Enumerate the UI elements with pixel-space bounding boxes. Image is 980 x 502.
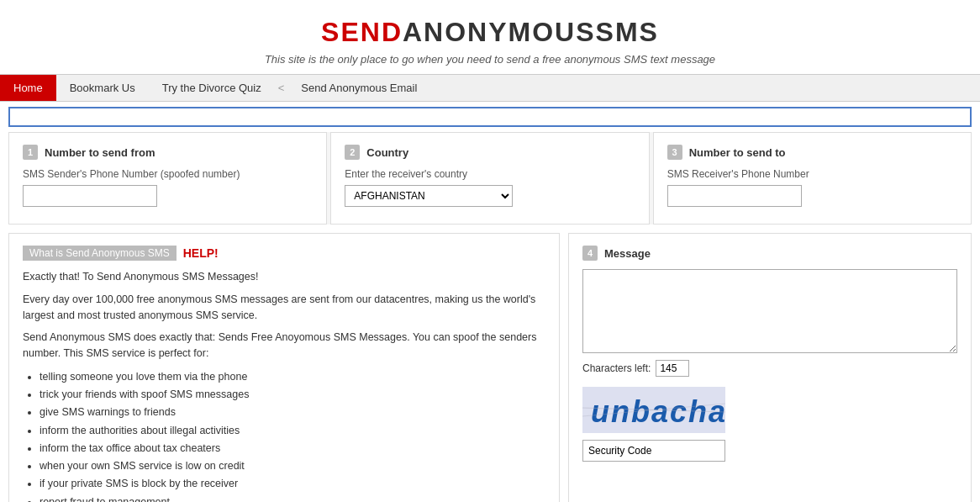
message-header: 4 Message: [582, 246, 957, 261]
chars-row: Characters left:: [582, 360, 957, 377]
nav-bar: Home Bookmark Us Try the Divorce Quiz < …: [0, 74, 980, 102]
title-rest: ANONYMOUSSMS: [403, 17, 659, 47]
list-item: if your private SMS is block by the rece…: [40, 475, 545, 493]
step-2-header: 2 Country: [345, 145, 635, 160]
list-item: telling someone you love them via the ph…: [40, 368, 545, 386]
list-item: when your own SMS service is low on cred…: [40, 457, 545, 475]
captcha-image: unbachar: [582, 387, 725, 433]
nav-bookmark[interactable]: Bookmark Us: [56, 75, 149, 101]
info-para-1: Exactly that! To Send Anonymous SMS Mess…: [23, 269, 545, 285]
step-1-box: 1 Number to send from SMS Sender's Phone…: [8, 132, 327, 225]
site-title: SENDANONYMOUSSMS: [0, 17, 980, 48]
security-code-input[interactable]: [582, 440, 725, 462]
step-1-label: SMS Sender's Phone Number (spoofed numbe…: [23, 168, 313, 180]
bottom-section: What is Send Anonymous SMS HELP! Exactly…: [8, 233, 972, 502]
message-title: Message: [604, 247, 651, 260]
list-item: give SMS warnings to friends: [40, 404, 545, 421]
info-para-2: Every day over 100,000 free anonymous SM…: [23, 292, 545, 324]
step-1-header: 1 Number to send from: [23, 145, 313, 160]
title-send: SEND: [321, 17, 403, 47]
step-3-title: Number to send to: [689, 146, 786, 159]
info-content: Exactly that! To Send Anonymous SMS Mess…: [23, 269, 545, 502]
header: SENDANONYMOUSSMS This site is the only p…: [0, 0, 980, 74]
chars-count-input[interactable]: [656, 360, 689, 377]
list-item: inform the tax office about tax cheaters: [40, 440, 545, 457]
info-para-3: Send Anonymous SMS does exactly that: Se…: [23, 330, 545, 362]
captcha-svg: unbachar: [582, 387, 725, 433]
receiver-phone-input[interactable]: [667, 185, 802, 207]
nav-divorce-quiz[interactable]: Try the Divorce Quiz: [149, 75, 275, 101]
step-3-header: 3 Number to send to: [667, 145, 957, 160]
message-textarea[interactable]: [582, 269, 957, 353]
blue-accent-bar: [8, 107, 972, 127]
info-tag: What is Send Anonymous SMS: [23, 246, 177, 261]
info-list: telling someone you love them via the ph…: [40, 368, 545, 502]
info-box: What is Send Anonymous SMS HELP! Exactly…: [8, 233, 560, 502]
step-2-title: Country: [366, 146, 408, 159]
nav-anonymous-email[interactable]: Send Anonymous Email: [287, 75, 430, 101]
chars-label: Characters left:: [582, 362, 651, 374]
step-2-number: 2: [345, 145, 360, 160]
step-1-number: 1: [23, 145, 38, 160]
info-header: What is Send Anonymous SMS HELP!: [23, 246, 545, 261]
nav-sep: <: [275, 82, 288, 94]
step-3-box: 3 Number to send to SMS Receiver's Phone…: [653, 132, 972, 225]
steps-container: 1 Number to send from SMS Sender's Phone…: [8, 132, 972, 225]
list-item: inform the authorities about illegal act…: [40, 422, 545, 440]
list-item: trick your friends with spoof SMS mnessa…: [40, 386, 545, 404]
header-subtitle: This site is the only place to go when y…: [0, 53, 980, 66]
step-1-title: Number to send from: [45, 146, 155, 159]
step-3-label: SMS Receiver's Phone Number: [667, 168, 957, 180]
help-text: HELP!: [183, 246, 219, 260]
step-4-number: 4: [582, 246, 598, 261]
sender-phone-input[interactable]: [23, 185, 157, 207]
nav-home[interactable]: Home: [0, 75, 56, 101]
country-select[interactable]: AFGHANISTANALBANIAALGERIAANDORRAANGOLAAR…: [345, 185, 513, 207]
list-item: report fraud to management: [40, 494, 545, 503]
step-3-number: 3: [667, 145, 682, 160]
step-2-box: 2 Country Enter the receiver's country A…: [330, 132, 649, 225]
step-2-label: Enter the receiver's country: [345, 168, 635, 180]
message-box: 4 Message Characters left: unbachar: [568, 233, 972, 502]
